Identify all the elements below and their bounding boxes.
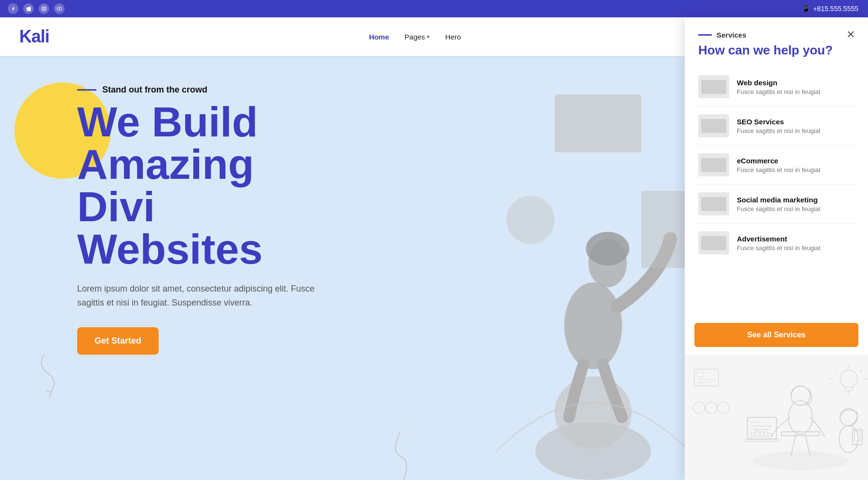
hero-pre-text: Stand out from the crowd [102,85,207,95]
svg-point-40 [718,402,729,413]
svg-point-10 [586,232,629,266]
service-info-web-design: Web design Fusce sagittis et nisi in feu… [737,79,854,95]
instagram-icon[interactable] [39,3,49,14]
panel-services-line [698,34,712,36]
svg-point-2 [45,7,45,8]
hero-title-line2: Amazing [77,143,318,186]
svg-rect-43 [853,429,862,445]
logo[interactable]: Kali [19,27,49,47]
service-info-ecommerce: eCommerce Fusce sagittis et nisi in feug… [737,157,854,173]
service-list: Web design Fusce sagittis et nisi in feu… [685,67,868,315]
panel-bottom-svg [685,355,868,480]
service-item-social-media[interactable]: Social media marketing Fusce sagittis et… [694,185,858,224]
panel-title: How can we help you? [698,43,854,58]
nav-item-pages[interactable]: Pages ▾ [405,33,430,41]
service-thumb-seo [698,114,729,137]
hero-pre-title: Stand out from the crowd [77,85,318,95]
squiggle-decoration [25,346,72,406]
svg-marker-4 [59,8,60,10]
top-bar: 📱 +815.555.5555 [0,0,868,17]
pages-chevron-icon: ▾ [427,34,430,40]
panel-footer: See all Services [685,315,868,355]
service-item-web-design[interactable]: Web design Fusce sagittis et nisi in feu… [694,67,858,107]
svg-line-30 [835,370,837,372]
svg-rect-22 [751,433,754,437]
nav-item-home[interactable]: Home [369,33,389,41]
nav-item-hero[interactable]: Hero [445,33,461,41]
service-info-social-media: Social media marketing Fusce sagittis et… [737,196,854,213]
panel-bottom-illustration [685,355,868,480]
svg-rect-35 [697,372,704,377]
panel-header: Services How can we help you? ✕ [685,17,868,67]
panel-services-text: Services [717,31,746,39]
top-bar-right: 📱 +815.555.5555 [802,5,858,13]
service-name-social-media: Social media marketing [737,196,854,204]
panel-close-button[interactable]: ✕ [843,27,858,42]
svg-rect-26 [769,433,772,437]
svg-rect-34 [694,369,719,386]
twitter-icon[interactable] [23,3,34,14]
hero-title-line1: We Build [77,101,318,143]
svg-point-8 [564,282,622,369]
svg-point-1 [43,8,45,10]
services-dropdown-panel: Services How can we help you? ✕ Web desi… [685,17,868,480]
service-name-web-design: Web design [737,79,854,87]
service-desc-web-design: Fusce sagittis et nisi in feugiat [737,88,854,95]
hero-title-line3: Divi [77,186,318,228]
get-started-button[interactable]: Get Started [77,327,159,355]
service-info-seo: SEO Services Fusce sagittis et nisi in f… [737,118,854,134]
service-desc-seo: Fusce sagittis et nisi in feugiat [737,127,854,134]
hero-description: Lorem ipsum dolor sit amet, consectetur … [77,282,318,310]
svg-point-27 [840,370,857,387]
service-desc-ecommerce: Fusce sagittis et nisi in feugiat [737,166,854,173]
svg-rect-24 [760,432,763,437]
svg-rect-14 [781,432,820,436]
facebook-icon[interactable] [8,3,18,14]
service-info-advertisement: Advertisement Fusce sagittis et nisi in … [737,235,854,252]
service-desc-social-media: Fusce sagittis et nisi in feugiat [737,205,854,213]
svg-point-13 [752,451,849,470]
service-thumb-web-design [698,75,729,98]
service-item-advertisement[interactable]: Advertisement Fusce sagittis et nisi in … [694,224,858,262]
service-name-advertisement: Advertisement [737,235,854,243]
social-icons-group [8,3,65,14]
service-name-ecommerce: eCommerce [737,157,854,165]
hero-content: Stand out from the crowd We Build Amazin… [77,85,318,355]
hero-title-line4: Websites [77,228,318,270]
svg-rect-25 [764,429,767,437]
service-name-seo: SEO Services [737,118,854,126]
svg-rect-23 [756,431,759,437]
service-thumb-ecommerce [698,153,729,176]
service-thumb-social-media [698,192,729,215]
svg-point-38 [693,402,705,413]
hero-title: We Build Amazing Divi Websites [77,101,318,270]
svg-rect-5 [555,94,641,152]
youtube-icon[interactable] [54,3,65,14]
service-item-ecommerce[interactable]: eCommerce Fusce sagittis et nisi in feug… [694,146,858,185]
svg-line-32 [861,370,863,372]
hero-illustration [362,56,723,480]
see-all-services-button[interactable]: See all Services [694,323,858,347]
main-nav: Home Pages ▾ Hero [369,33,461,41]
svg-point-12 [506,196,555,244]
phone-icon: 📱 [802,5,810,13]
phone-number: 📱 +815.555.5555 [802,5,858,13]
panel-services-label: Services [698,31,854,39]
service-item-seo[interactable]: SEO Services Fusce sagittis et nisi in f… [694,107,858,146]
service-thumb-advertisement [698,231,729,254]
hero-pre-line [77,89,96,91]
svg-point-39 [705,402,717,413]
service-desc-advertisement: Fusce sagittis et nisi in feugiat [737,244,854,252]
